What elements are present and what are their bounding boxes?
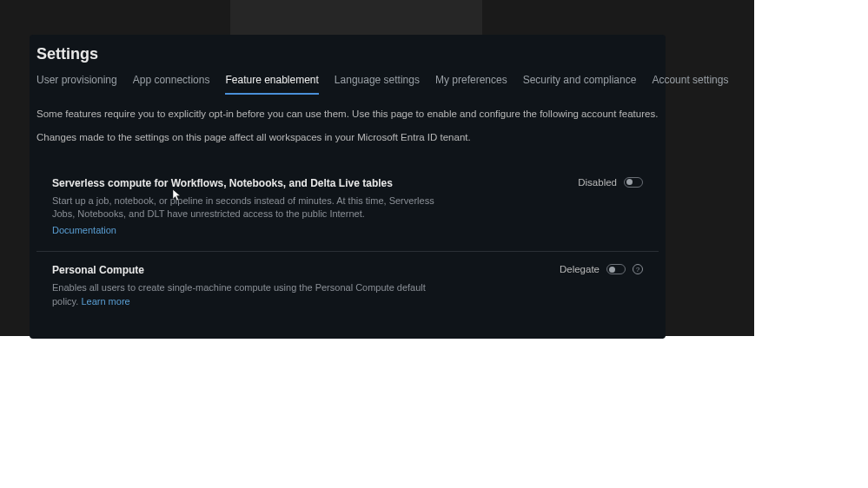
toggle-knob	[626, 179, 633, 185]
feature-title: Serverless compute for Workflows, Notebo…	[52, 177, 452, 189]
feature-content: Serverless compute for Workflows, Notebo…	[52, 177, 452, 238]
tab-account-settings[interactable]: Account settings	[652, 70, 728, 95]
settings-modal: Settings User provisioning App connectio…	[30, 35, 666, 339]
feature-controls: Delegate ?	[560, 264, 643, 274]
feature-content: Personal Compute Enables all users to cr…	[52, 264, 452, 309]
modal-title: Settings	[36, 45, 659, 63]
serverless-toggle[interactable]	[624, 177, 643, 188]
feature-serverless-compute: Serverless compute for Workflows, Notebo…	[36, 165, 659, 253]
toggle-knob	[609, 267, 615, 273]
description-line-1: Some features require you to explicitly …	[36, 107, 659, 122]
feature-controls: Disabled	[578, 177, 643, 188]
feature-personal-compute: Personal Compute Enables all users to cr…	[36, 252, 659, 323]
feature-description: Enables all users to create single-machi…	[52, 281, 452, 309]
tabs-bar: User provisioning App connections Featur…	[36, 70, 659, 95]
personal-compute-toggle[interactable]	[606, 264, 626, 274]
feature-description: Start up a job, notebook, or pipeline in…	[52, 195, 452, 222]
tab-user-provisioning[interactable]: User provisioning	[36, 70, 117, 95]
toggle-status-label: Delegate	[560, 264, 600, 274]
tab-security-compliance[interactable]: Security and compliance	[523, 70, 637, 95]
feature-list: Serverless compute for Workflows, Notebo…	[36, 165, 659, 324]
page-backdrop: Settings User provisioning App connectio…	[0, 0, 754, 336]
toggle-status-label: Disabled	[578, 177, 617, 188]
info-icon[interactable]: ?	[633, 264, 643, 274]
backdrop-shape	[230, 0, 482, 35]
tab-feature-enablement[interactable]: Feature enablement	[225, 70, 318, 95]
tab-app-connections[interactable]: App connections	[133, 70, 210, 95]
documentation-link[interactable]: Documentation	[52, 225, 116, 235]
description-line-2: Changes made to the settings on this pag…	[36, 130, 659, 145]
learn-more-link[interactable]: Learn more	[81, 295, 129, 309]
tab-my-preferences[interactable]: My preferences	[435, 70, 507, 95]
tab-language-settings[interactable]: Language settings	[335, 70, 420, 95]
feature-title: Personal Compute	[52, 264, 452, 276]
